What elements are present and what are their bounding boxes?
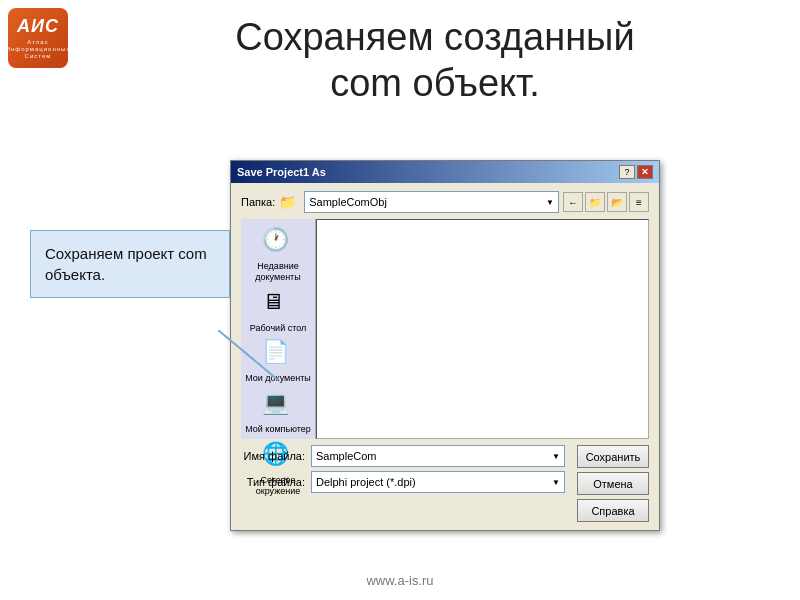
cancel-button[interactable]: Отмена xyxy=(577,472,649,495)
desktop-icon: 🖥 xyxy=(262,289,294,321)
location-dropdown[interactable]: SampleComObj ▼ xyxy=(304,191,559,213)
dialog-titlebar: Save Project1 As ? ✕ xyxy=(231,161,659,183)
back-icon[interactable]: ← xyxy=(563,192,583,212)
dropdown-arrow-icon: ▼ xyxy=(546,198,554,207)
view-icon[interactable]: ≡ xyxy=(629,192,649,212)
filetype-value: Delphi project (*.dpi) xyxy=(316,476,416,488)
filetype-dropdown-arrow: ▼ xyxy=(552,478,560,487)
filename-value: SampleCom xyxy=(316,450,377,462)
folder2-icon[interactable]: 📂 xyxy=(607,192,627,212)
filename-row: Имя файла: SampleCom ▼ xyxy=(241,445,565,467)
filetype-row: Тип файла: Delphi project (*.dpi) ▼ xyxy=(241,471,565,493)
title-buttons: ? ✕ xyxy=(619,165,653,179)
form-area: Имя файла: SampleCom ▼ Тип файла: Delphi… xyxy=(241,445,649,522)
filename-label: Имя файла: xyxy=(241,450,311,462)
logo-area: АИС АтласИнформационныхСистем xyxy=(8,8,76,76)
dialog-title: Save Project1 As xyxy=(237,166,326,178)
location-label: Папка: xyxy=(241,196,275,208)
filename-dropdown-arrow: ▼ xyxy=(552,452,560,461)
mycomputer-label: Мой компьютер xyxy=(245,424,311,435)
sidebar-item-recent[interactable]: 🕐 Недавниедокументы xyxy=(244,227,312,283)
logo-subtitle: АтласИнформационныхСистем xyxy=(6,39,71,61)
footer-url: www.a-is.ru xyxy=(366,573,433,588)
filetype-label: Тип файла: xyxy=(241,476,311,488)
icon-sidebar: 🕐 Недавниедокументы 🖥 Рабочий стол 📄 Мои… xyxy=(241,219,316,439)
mycomputer-icon: 💻 xyxy=(262,390,294,422)
new-folder-icon[interactable]: 📁 xyxy=(585,192,605,212)
sidebar-item-desktop[interactable]: 🖥 Рабочий стол xyxy=(244,289,312,334)
callout-box: Сохраняем проект com объекта. xyxy=(30,230,230,298)
help-button[interactable]: Справка xyxy=(577,499,649,522)
footer: www.a-is.ru xyxy=(0,573,800,588)
location-dropdown-text: SampleComObj xyxy=(309,196,387,208)
form-buttons: Сохранить Отмена Справка xyxy=(577,445,649,522)
file-listing-area[interactable] xyxy=(316,219,649,439)
page-title: Сохраняем созданныйcom объект. xyxy=(90,15,780,106)
logo-icon: АИС АтласИнформационныхСистем xyxy=(8,8,68,68)
filetype-input[interactable]: Delphi project (*.dpi) ▼ xyxy=(311,471,565,493)
sidebar-item-mycomputer[interactable]: 💻 Мой компьютер xyxy=(244,390,312,435)
form-fields: Имя файла: SampleCom ▼ Тип файла: Delphi… xyxy=(241,445,565,497)
filename-input[interactable]: SampleCom ▼ xyxy=(311,445,565,467)
location-row: Папка: 📁 SampleComObj ▼ ← 📁 📂 ≡ xyxy=(241,191,649,213)
recent-docs-icon: 🕐 xyxy=(262,227,294,259)
toolbar-icons: ← 📁 📂 ≡ xyxy=(563,192,649,212)
content-area: 🕐 Недавниедокументы 🖥 Рабочий стол 📄 Мои… xyxy=(241,219,649,439)
recent-docs-label: Недавниедокументы xyxy=(255,261,300,283)
help-title-button[interactable]: ? xyxy=(619,165,635,179)
close-title-button[interactable]: ✕ xyxy=(637,165,653,179)
callout-arrow xyxy=(218,330,298,390)
location-folder-icon: 📁 xyxy=(279,194,296,210)
logo-text: АИС xyxy=(17,16,59,37)
callout-text: Сохраняем проект com объекта. xyxy=(45,245,207,283)
save-button[interactable]: Сохранить xyxy=(577,445,649,468)
